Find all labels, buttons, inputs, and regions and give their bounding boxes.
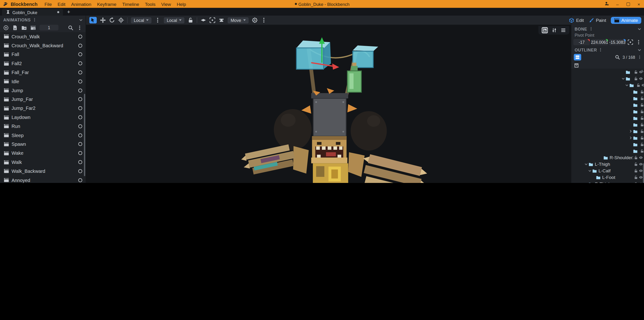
visibility-icon[interactable] [639, 176, 643, 180]
unlock-icon[interactable] [640, 136, 644, 140]
chevron-down-icon[interactable] [584, 162, 588, 166]
outliner-row-clipped[interactable] [571, 108, 644, 115]
unlock-icon[interactable] [640, 96, 644, 101]
outliner-row[interactable]: L-Foot [571, 174, 644, 180]
menu-tools[interactable]: Tools [142, 2, 158, 6]
outliner-row-clipped[interactable] [571, 95, 644, 102]
lock-motion-icon[interactable] [188, 18, 194, 23]
outliner-search-icon[interactable] [615, 55, 620, 60]
outliner-view-toggle[interactable] [574, 54, 582, 60]
animations-collapse-icon[interactable] [78, 18, 83, 22]
play-circle-icon[interactable] [78, 168, 83, 174]
screenshot-button[interactable] [542, 27, 548, 34]
play-circle-icon[interactable] [78, 133, 83, 138]
menu-keyframe[interactable]: Keyframe [94, 2, 119, 6]
animation-item[interactable]: Fall2 [0, 59, 86, 68]
load-file-icon[interactable] [12, 25, 18, 30]
rotation-space-dropdown[interactable]: Local [164, 17, 185, 23]
animation-item[interactable]: Crouch_Walk_Backward [0, 41, 86, 50]
outliner-row-clipped[interactable] [571, 141, 644, 148]
move-tool-icon[interactable] [100, 18, 106, 23]
pivot-tool-icon[interactable] [118, 18, 124, 23]
preview-settings-icon[interactable] [552, 28, 557, 33]
visibility-icon[interactable] [642, 83, 644, 88]
animation-item[interactable]: Jump_Far2 [0, 104, 86, 113]
play-circle-icon[interactable] [78, 70, 83, 75]
select-tool-button[interactable] [90, 17, 97, 24]
outliner-row[interactable]: L-Thigh [571, 161, 644, 168]
outliner-vscroll-thumb[interactable] [643, 164, 644, 183]
chevron-down-icon[interactable] [621, 77, 626, 81]
bone-menu-icon[interactable] [589, 27, 593, 31]
outliner-row-clipped[interactable] [571, 121, 644, 128]
menu-timeline[interactable]: Timeline [119, 2, 142, 6]
unlock-icon[interactable] [636, 83, 641, 88]
visibility-icon[interactable] [639, 169, 643, 173]
play-circle-icon[interactable] [78, 97, 83, 102]
pivot-menu-icon[interactable] [636, 39, 642, 45]
chevron-right-icon[interactable] [628, 129, 633, 134]
outliner-row[interactable]: R-Thigh [571, 180, 644, 183]
viewport-menu-icon[interactable] [561, 28, 566, 33]
animations-toolbar-menu-icon[interactable] [77, 25, 82, 30]
animation-item[interactable]: Annoyed [0, 176, 86, 183]
plane-icon[interactable] [201, 18, 206, 23]
unlock-icon[interactable] [640, 90, 644, 94]
unlock-icon[interactable] [634, 162, 638, 166]
box-view-icon[interactable] [574, 62, 579, 68]
unlock-icon[interactable] [634, 77, 638, 81]
toolbar-menu-icon[interactable] [155, 18, 161, 23]
animation-item[interactable]: Fall_Far [0, 68, 86, 77]
play-circle-icon[interactable] [78, 43, 83, 48]
play-circle-icon[interactable] [78, 61, 83, 66]
animation-item[interactable]: Crouch_Walk [0, 32, 86, 41]
unlock-icon[interactable] [640, 123, 644, 127]
outliner-row-clipped[interactable] [571, 115, 644, 121]
snap-value-field[interactable]: 1 [40, 25, 58, 30]
outliner-row-clipped[interactable] [571, 102, 644, 108]
unlock-icon[interactable] [634, 182, 638, 183]
unlock-icon[interactable] [640, 149, 644, 153]
animation-item[interactable]: Sleep [0, 131, 86, 140]
bone-collapse-icon[interactable] [637, 26, 642, 31]
menu-animation[interactable]: Animation [68, 2, 94, 6]
play-circle-icon[interactable] [78, 79, 83, 84]
play-circle-icon[interactable] [78, 52, 83, 57]
outliner-row-clipped[interactable] [571, 134, 644, 141]
tab-animate[interactable]: Animate [610, 17, 641, 24]
animation-item[interactable]: Walk_Backward [0, 167, 86, 176]
animation-item[interactable]: Fall [0, 50, 86, 59]
new-tab-button[interactable]: + [63, 9, 74, 15]
chevron-down-icon[interactable] [588, 169, 592, 173]
play-circle-icon[interactable] [78, 115, 83, 120]
outliner-row[interactable]: L-Calf [571, 168, 644, 174]
animation-item[interactable]: Jump_Far [0, 95, 86, 104]
play-circle-icon[interactable] [78, 151, 83, 156]
menu-file[interactable]: File [42, 2, 55, 6]
animation-item[interactable]: Walk [0, 158, 86, 167]
animations-menu-icon[interactable] [32, 18, 37, 22]
pivot-x-field[interactable]: -17 [574, 39, 590, 45]
animation-item[interactable]: Wake [0, 148, 86, 158]
play-circle-icon[interactable] [78, 88, 83, 93]
play-circle-icon[interactable] [78, 34, 83, 39]
outliner-row-clipped[interactable] [571, 128, 644, 134]
add-folder-icon[interactable] [22, 25, 27, 30]
pivot-z-field[interactable]: -15.3083 [609, 39, 626, 45]
outliner-menu-icon[interactable] [598, 48, 603, 52]
menu-view[interactable]: View [158, 2, 174, 6]
minimize-button[interactable]: – [612, 2, 623, 6]
outliner-row-clipped[interactable] [571, 75, 644, 82]
anvil-icon[interactable] [219, 18, 224, 23]
pivot-y-field[interactable]: 224.0061 [591, 39, 608, 45]
import-animation-icon[interactable] [30, 25, 36, 30]
search-icon[interactable] [68, 25, 74, 30]
unlock-icon[interactable] [634, 156, 638, 160]
viewport-3d[interactable]: Alt YXZ [86, 25, 571, 183]
chevron-down-icon[interactable] [584, 182, 588, 183]
unlock-icon[interactable] [640, 116, 644, 120]
play-circle-icon[interactable] [78, 160, 83, 164]
chevron-down-icon[interactable] [625, 83, 629, 88]
play-circle-icon[interactable] [78, 142, 83, 147]
tool-mode-dropdown[interactable]: Move [228, 17, 248, 23]
